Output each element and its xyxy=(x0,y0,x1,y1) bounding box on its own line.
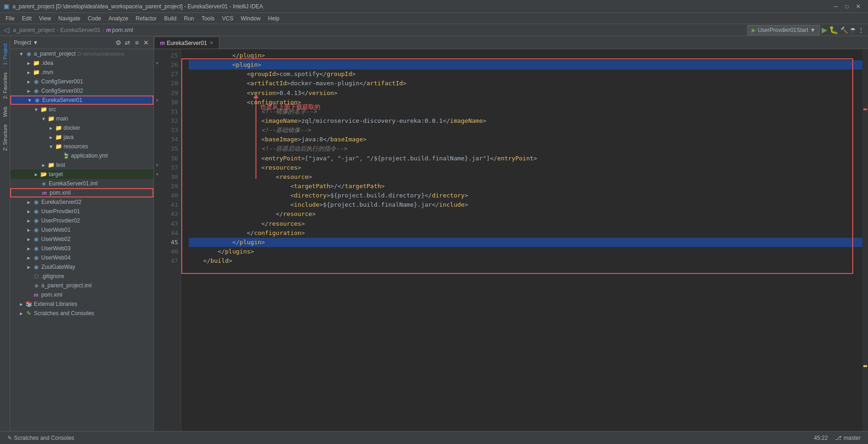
tree-item-src[interactable]: ▼ 📁 src xyxy=(10,105,153,114)
fold-25[interactable] xyxy=(154,49,160,58)
tree-item-root-pom[interactable]: m pom.xml xyxy=(10,290,153,299)
run-button[interactable]: ▶ xyxy=(822,25,827,34)
tree-item-userweb04[interactable]: ► ◉ UserWeb04 xyxy=(10,253,153,262)
breadcrumb-project[interactable]: a_parent_project xyxy=(13,27,55,33)
nav-back-icon[interactable]: ◁ xyxy=(4,25,9,34)
tree-item-zuulgateway[interactable]: ► ◉ ZuulGateWay xyxy=(10,262,153,272)
menu-help[interactable]: Help xyxy=(264,14,283,23)
bottom-scratches[interactable]: ✎ Scratches and Consoles xyxy=(4,435,78,441)
scroll-marker-2 xyxy=(863,365,867,367)
project-tree: ▼ ◉ a_parent_project D:\develop\idea\ide… xyxy=(10,49,153,444)
fold-27[interactable] xyxy=(154,68,160,77)
tab-close-icon[interactable]: ✕ xyxy=(210,40,213,45)
maximize-btn[interactable]: □ xyxy=(842,3,852,10)
menu-view[interactable]: View xyxy=(35,14,55,23)
debug-button[interactable]: 🐛 xyxy=(829,25,838,34)
tree-item-userweb02[interactable]: ► ◉ UserWeb02 xyxy=(10,235,153,244)
panel-close-icon[interactable]: ✕ xyxy=(142,39,150,46)
fold-38[interactable]: ▼ xyxy=(154,170,160,179)
tab-favorites[interactable]: 2: Favorites xyxy=(0,69,10,102)
menu-run[interactable]: Run xyxy=(180,14,198,23)
tree-item-userprovdier01[interactable]: ► ◉ UserProvdier01 xyxy=(10,207,153,216)
panel-settings-icon[interactable]: ⚙ xyxy=(115,39,122,46)
breadcrumb-module[interactable]: EurekaServer01 xyxy=(60,27,101,33)
fold-47[interactable] xyxy=(154,253,160,262)
tree-item-pom-xml[interactable]: m pom.xml xyxy=(10,188,153,197)
tree-item-eurekaserver01[interactable]: ▼ ◉ EurekaServer01 xyxy=(10,95,153,105)
build-button[interactable]: 🔨 xyxy=(840,26,848,34)
menu-code[interactable]: Code xyxy=(84,14,105,23)
tree-item-eurekaserver02[interactable]: ► ◉ EurekaServer02 xyxy=(10,197,153,207)
fold-39[interactable] xyxy=(154,179,160,188)
tree-item-resources[interactable]: ▼ 📁 resources xyxy=(10,142,153,151)
tree-item-gitignore[interactable]: ⬡ .gitignore xyxy=(10,272,153,281)
tree-item-configserver002[interactable]: ► ◉ ConfigServer002 xyxy=(10,86,153,95)
close-btn[interactable]: ✕ xyxy=(852,3,864,10)
panel-gear-icon[interactable]: ≡ xyxy=(133,39,140,46)
code-42-b1: </ xyxy=(189,209,283,219)
fold-43[interactable] xyxy=(154,216,160,225)
run-config-dropdown[interactable]: ▶ UserProvdier01Start ▼ xyxy=(747,25,820,35)
icon-up01: ◉ xyxy=(32,208,40,215)
fold-41[interactable] xyxy=(154,197,160,207)
tree-item-idea[interactable]: ► 📁 .idea xyxy=(10,58,153,68)
tree-item-eureka-iml[interactable]: ◈ EurekaServer01.iml xyxy=(10,179,153,188)
menu-refactor[interactable]: Refactor xyxy=(132,14,160,23)
coverage-button[interactable]: ☂ xyxy=(850,26,856,34)
arrow-eureka2: ► xyxy=(25,200,32,205)
fold-28[interactable] xyxy=(154,77,160,86)
tree-item-java[interactable]: ► 📁 java xyxy=(10,133,153,142)
tree-item-a-parent-project[interactable]: ▼ ◉ a_parent_project D:\develop\idea\ide… xyxy=(10,49,153,58)
panel-sync-icon[interactable]: ⇄ xyxy=(124,39,131,46)
tree-item-parent-iml[interactable]: ◈ a_parent_project.iml xyxy=(10,281,153,290)
breadcrumb-file[interactable]: pom.xml xyxy=(112,27,133,33)
fold-29[interactable] xyxy=(154,86,160,95)
fold-37[interactable]: ▼ xyxy=(154,160,160,170)
fold-46[interactable] xyxy=(154,244,160,253)
fold-31[interactable] xyxy=(154,105,160,114)
menu-build[interactable]: Build xyxy=(160,14,180,23)
fold-45[interactable] xyxy=(154,235,160,244)
tree-item-docker[interactable]: ► 📁 docker xyxy=(10,123,153,133)
fold-44[interactable] xyxy=(154,225,160,235)
tree-item-scratches[interactable]: ► ✎ Scratches and Consoles xyxy=(10,309,153,318)
fold-30[interactable]: ▼ xyxy=(154,95,160,105)
menu-edit[interactable]: Edit xyxy=(18,14,35,23)
tab-structure[interactable]: Z: Structure xyxy=(0,121,10,154)
menu-analyze[interactable]: Analyze xyxy=(105,14,132,23)
tree-item-external-libs[interactable]: ► 📚 External Libraries xyxy=(10,299,153,309)
tree-item-userprovdier02[interactable]: ► ◉ UserProvdier02 xyxy=(10,216,153,225)
fold-42[interactable] xyxy=(154,207,160,216)
tab-eurekaserver01[interactable]: m EurekaServer01 ✕ xyxy=(154,37,219,49)
tree-item-main[interactable]: ▼ 📁 main xyxy=(10,114,153,123)
more-run-btn[interactable]: ⋮ xyxy=(858,26,864,34)
code-28-t1: artifactId xyxy=(250,79,287,88)
tree-item-userweb01[interactable]: ► ◉ UserWeb01 xyxy=(10,225,153,235)
tree-item-userweb03[interactable]: ► ◉ UserWeb03 xyxy=(10,244,153,253)
menu-tools[interactable]: Tools xyxy=(198,14,218,23)
tree-item-configserver001[interactable]: ► ◉ ConfigServer001 xyxy=(10,77,153,86)
fold-26[interactable]: ▼ xyxy=(154,58,160,68)
fold-40[interactable] xyxy=(154,188,160,197)
menu-window[interactable]: Window xyxy=(237,14,264,23)
linenum-46: 46 xyxy=(160,247,178,256)
menu-vcs[interactable]: VCS xyxy=(218,14,237,23)
linenum-44: 44 xyxy=(160,228,178,238)
bottom-git[interactable]: ⎇ master xyxy=(831,435,864,441)
minimize-btn[interactable]: ─ xyxy=(830,3,842,10)
tree-item-test[interactable]: ► 📁 test xyxy=(10,160,153,170)
tree-item-mvn[interactable]: ► 📁 .mvn xyxy=(10,68,153,77)
menu-file[interactable]: File xyxy=(2,14,18,23)
fold-34[interactable] xyxy=(154,133,160,142)
menu-navigate[interactable]: Navigate xyxy=(55,14,84,23)
code-area[interactable]: </plugin> <plugin> <groupId>com.spotify<… xyxy=(181,49,862,444)
tab-web[interactable]: Web xyxy=(0,103,10,121)
fold-36[interactable] xyxy=(154,151,160,160)
tree-item-application-yml[interactable]: 🍃 application.yml xyxy=(10,151,153,160)
tab-project[interactable]: 1: Project xyxy=(0,40,10,69)
code-32-b1: < xyxy=(189,116,265,126)
fold-32[interactable] xyxy=(154,114,160,123)
fold-33[interactable] xyxy=(154,123,160,133)
tree-item-target[interactable]: ► 📂 target xyxy=(10,170,153,179)
fold-35[interactable] xyxy=(154,142,160,151)
